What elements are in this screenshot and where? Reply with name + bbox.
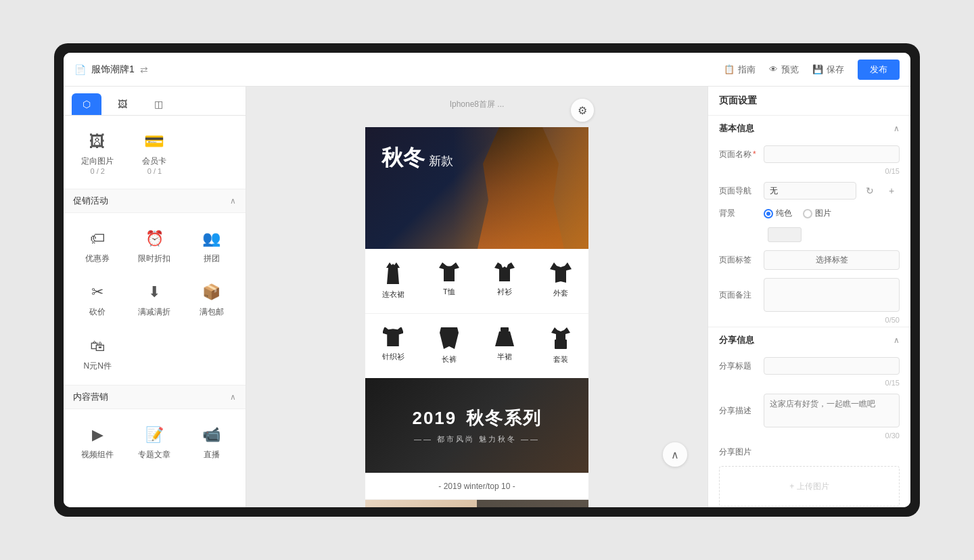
sidebar-item-timed-discount[interactable]: ⏰ 限时折扣 (126, 218, 183, 273)
sidebar-item-free-shipping[interactable]: 📦 满包邮 (183, 272, 240, 326)
sidebar-item-live[interactable]: 📹 直播 (183, 415, 240, 469)
canvas-area[interactable]: ⚙ Iphone8首屏 ... 秋冬 新款 (246, 87, 708, 507)
page-note-hint: 0/50 (708, 316, 910, 327)
save-button[interactable]: 💾 保存 (812, 64, 844, 76)
basic-info-chevron[interactable]: ∧ (894, 124, 900, 133)
assets-icon: 🖼 (118, 99, 127, 110)
image-label: 图片 (815, 208, 831, 219)
share-desc-textarea[interactable] (764, 394, 900, 427)
article-label: 专题文章 (138, 450, 170, 461)
basic-info-header[interactable]: 基本信息 ∧ (708, 116, 910, 141)
page-name-hint: 0/15 (708, 167, 910, 178)
category-tshirt[interactable]: T恤 (421, 257, 478, 305)
doc-icon: 📄 (74, 64, 86, 75)
bundle-icon: 🛍 (84, 334, 111, 358)
category-coat[interactable]: 外套 (533, 257, 589, 305)
category-knit[interactable]: 针织衫 (365, 322, 421, 370)
promo-subtitle: —— 都市风尚 魅力秋冬 —— (414, 434, 540, 444)
membership-icon: 💳 (141, 129, 168, 154)
scroll-top-button[interactable]: ∧ (663, 442, 687, 467)
field-page-note: 页面备注 (708, 274, 910, 316)
hero-main-text: 秋冬 (381, 146, 425, 170)
color-swatch[interactable] (768, 227, 802, 242)
section-promotion: 促销活动 ∧ (64, 189, 246, 213)
category-suit[interactable]: 套装 (533, 322, 589, 370)
page-note-textarea[interactable] (764, 278, 900, 312)
suit-icon (551, 327, 570, 352)
page-name-input[interactable] (764, 145, 900, 163)
sidebar-item-video[interactable]: ▶ 视频组件 (69, 415, 126, 469)
bargain-label: 砍价 (89, 307, 106, 318)
sidebar-item-coupon[interactable]: 🏷 优惠券 (69, 218, 126, 273)
header: 📄 服饰潮牌1 ⇄ 📋 指南 👁 预览 💾 保存 发布 (64, 53, 910, 87)
sidebar-item-group-buy[interactable]: 👥 拼团 (183, 218, 240, 273)
background-label: 背景 (719, 208, 757, 219)
radio-solid-color[interactable]: 纯色 (764, 208, 792, 219)
share-title-input[interactable] (764, 357, 900, 375)
share-info-chevron[interactable]: ∧ (894, 335, 900, 345)
sidebar-item-article[interactable]: 📝 专题文章 (126, 415, 183, 469)
nav-add-icon[interactable]: + (883, 183, 900, 199)
nav-refresh-icon[interactable]: ↻ (862, 183, 878, 199)
right-panel: 页面设置 基本信息 ∧ 页面名称* 0/15 页面导航 (708, 87, 910, 507)
share-title-hint: 0/15 (708, 379, 910, 390)
main-content: ⬡ 🖼 ◫ 🖼 定向图片 0 / 2 � (64, 87, 910, 507)
svg-rect-0 (501, 327, 509, 331)
bottom-overlay (477, 500, 588, 507)
category-skirt[interactable]: 半裙 (477, 322, 533, 370)
coupon-icon: 🏷 (84, 227, 111, 251)
panel-section-share: 分享信息 ∧ 分享标题 0/15 分享描述 0/30 分享图片 (708, 327, 910, 507)
solid-color-dot (764, 209, 773, 218)
promotion-chevron[interactable]: ∧ (230, 196, 236, 206)
radio-image[interactable]: 图片 (803, 208, 831, 219)
sidebar-item-full-discount[interactable]: ⬇ 满减满折 (126, 272, 183, 326)
bottom-image-preview (365, 500, 588, 507)
publish-button[interactable]: 发布 (858, 60, 900, 80)
tshirt-label: T恤 (443, 287, 455, 297)
tab-assets[interactable]: 🖼 (107, 93, 138, 115)
category-pants[interactable]: 长裤 (421, 322, 478, 370)
settings-button[interactable]: ⚙ (571, 99, 594, 122)
skirt-icon (495, 327, 514, 349)
sidebar-item-membership[interactable]: 💳 会员卡 0 / 1 (126, 121, 183, 183)
dress-label: 连衣裙 (382, 289, 404, 300)
swap-icon[interactable]: ⇄ (140, 64, 148, 75)
category-grid-row1: 连衣裙 T恤 (365, 249, 588, 313)
header-left: 📄 服饰潮牌1 ⇄ (74, 64, 717, 76)
share-info-header[interactable]: 分享信息 ∧ (708, 327, 910, 353)
content-marketing-chevron[interactable]: ∧ (230, 392, 236, 402)
knit-icon (383, 327, 403, 349)
preview-button[interactable]: 👁 预览 (769, 64, 799, 76)
category-dress[interactable]: 连衣裙 (365, 257, 421, 305)
group-buy-icon: 👥 (198, 227, 225, 251)
canvas-label: Iphone8首屏 ... (450, 99, 505, 110)
knit-label: 针织衫 (382, 352, 404, 362)
promo-title: 秋冬系列 (466, 408, 542, 428)
category-shirt[interactable]: 衬衫 (477, 257, 533, 305)
tab-components[interactable]: ⬡ (72, 93, 101, 115)
field-color-swatch (708, 223, 910, 246)
sidebar-item-targeted-image[interactable]: 🖼 定向图片 0 / 2 (69, 121, 126, 183)
page-tag-button[interactable]: 选择标签 (764, 250, 900, 270)
content-marketing-title: 内容营销 (73, 391, 108, 403)
save-icon: 💾 (812, 64, 823, 74)
bargain-icon: ✂ (84, 280, 111, 304)
guide-button[interactable]: 📋 指南 (724, 64, 756, 76)
share-image-upload[interactable]: + 上传图片 (719, 466, 900, 507)
bundle-label: N元N件 (83, 361, 111, 372)
background-radio-group: 纯色 图片 (764, 208, 900, 219)
image-dot (803, 209, 812, 218)
article-icon: 📝 (141, 423, 168, 447)
promo-banner: 2019 秋冬系列 —— 都市风尚 魅力秋冬 —— (365, 378, 588, 473)
required-mark: * (753, 149, 756, 159)
suit-label: 套装 (553, 354, 568, 365)
tab-layers[interactable]: ◫ (143, 93, 174, 115)
layers-icon: ◫ (154, 99, 163, 110)
field-share-image: 分享图片 (708, 442, 910, 462)
sidebar-item-bargain[interactable]: ✂ 砍价 (69, 272, 126, 326)
group-buy-label: 拼团 (204, 254, 220, 264)
sidebar-item-bundle[interactable]: 🛍 N元N件 (69, 326, 126, 380)
dress-icon (383, 262, 403, 287)
sidebar-tabs: ⬡ 🖼 ◫ (64, 87, 246, 116)
page-nav-select[interactable]: 无 有 (764, 182, 856, 200)
